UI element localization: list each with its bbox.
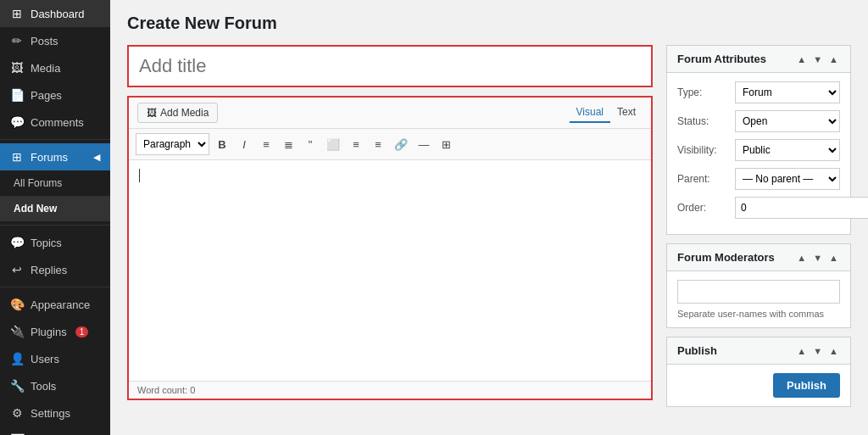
- plugins-icon: 🔌: [10, 325, 24, 338]
- sidebar-item-media[interactable]: 🖼 Media: [0, 54, 110, 81]
- forums-expand-icon: ◀: [93, 152, 100, 163]
- status-label: Status:: [677, 115, 730, 127]
- editor-toolbar: Paragraph B I ≡ ≣ " ⬜ ≡ ≡ 🔗 — ⊞: [129, 129, 651, 160]
- settings-icon: ⚙: [10, 406, 24, 420]
- visibility-label: Visibility:: [677, 144, 730, 156]
- parent-select[interactable]: — No parent —: [735, 168, 840, 190]
- users-icon: 👤: [10, 352, 24, 365]
- status-select[interactable]: Open Closed: [735, 110, 840, 132]
- publish-header: Publish ▲ ▼ ▲: [667, 337, 850, 365]
- moderators-down-btn[interactable]: ▼: [811, 253, 824, 263]
- forum-attributes-header: Forum Attributes ▲ ▼ ▲: [667, 46, 850, 73]
- sidebar-item-appearance[interactable]: 🎨 Appearance: [0, 291, 110, 318]
- forum-attr-down-btn[interactable]: ▼: [811, 54, 824, 64]
- moderators-input[interactable]: [677, 280, 840, 304]
- pages-icon: 📄: [10, 88, 24, 102]
- plugins-badge: 1: [75, 326, 89, 337]
- sidebar-item-users[interactable]: 👤 Users: [0, 345, 110, 372]
- comments-icon: 💬: [10, 115, 24, 129]
- publish-up-btn[interactable]: ▲: [795, 346, 808, 356]
- forum-moderators-header: Forum Moderators ▲ ▼ ▲: [667, 244, 850, 271]
- align-left-button[interactable]: ⬜: [323, 133, 343, 155]
- sidebar-item-comments[interactable]: 💬 Comments: [0, 109, 110, 136]
- blockquote-button[interactable]: ": [301, 133, 320, 155]
- right-panel: Forum Attributes ▲ ▼ ▲ Type: Forum Categ…: [666, 45, 851, 407]
- parent-row: Parent: — No parent —: [677, 168, 840, 190]
- moderators-up-btn[interactable]: ▲: [795, 253, 808, 263]
- sidebar-item-dashboard[interactable]: ⊞ Dashboard: [0, 0, 110, 27]
- title-input[interactable]: [129, 47, 651, 86]
- publish-down-btn[interactable]: ▼: [811, 346, 824, 356]
- forum-attr-up-btn[interactable]: ▲: [795, 54, 808, 64]
- tab-visual[interactable]: Visual: [570, 103, 610, 123]
- main-content: Create New Forum 🖼 Add Media Visual Text: [110, 0, 868, 435]
- editor-tabs: Visual Text: [570, 103, 643, 123]
- ordered-list-button[interactable]: ≣: [279, 133, 298, 155]
- publish-title: Publish: [677, 344, 717, 357]
- word-count: Word count: 0: [137, 385, 195, 395]
- editor-wrapper: 🖼 Add Media Visual Text Paragraph B I: [127, 96, 653, 400]
- add-media-icon: 🖼: [147, 107, 157, 119]
- forum-moderators-body: Separate user-names with commas: [667, 271, 850, 327]
- link-button[interactable]: 🔗: [391, 133, 411, 155]
- sidebar-item-matomo[interactable]: 📊 Matomo Analytics: [0, 427, 110, 435]
- sidebar: ⊞ Dashboard ✏ Posts 🖼 Media 📄 Pages 💬 Co…: [0, 0, 110, 435]
- editor-body[interactable]: [129, 160, 651, 381]
- sidebar-item-plugins[interactable]: 🔌 Plugins 1: [0, 318, 110, 345]
- sidebar-item-add-new[interactable]: Add New: [0, 196, 110, 221]
- topics-icon: 💬: [10, 236, 24, 249]
- type-label: Type:: [677, 86, 730, 98]
- publish-header-actions: ▲ ▼ ▲: [795, 346, 840, 356]
- parent-label: Parent:: [677, 173, 730, 185]
- sidebar-item-topics[interactable]: 💬 Topics: [0, 229, 110, 256]
- forum-attributes-title: Forum Attributes: [677, 53, 766, 65]
- status-row: Status: Open Closed: [677, 110, 840, 132]
- replies-icon: ↩: [10, 263, 24, 276]
- publish-panel: Publish ▲ ▼ ▲ Publish: [666, 337, 851, 407]
- sidebar-item-tools[interactable]: 🔧 Tools: [0, 372, 110, 399]
- forums-icon: ⊞: [10, 150, 24, 164]
- visibility-select[interactable]: Public Private: [735, 139, 840, 161]
- forum-moderators-title: Forum Moderators: [677, 251, 775, 264]
- more-button[interactable]: —: [415, 133, 433, 155]
- sidebar-item-forums[interactable]: ⊞ Forums ◀: [0, 143, 110, 170]
- sidebar-item-settings[interactable]: ⚙ Settings: [0, 399, 110, 427]
- table-button[interactable]: ⊞: [437, 133, 455, 155]
- italic-button[interactable]: I: [235, 133, 253, 155]
- add-media-button[interactable]: 🖼 Add Media: [137, 103, 218, 123]
- posts-icon: ✏: [10, 34, 24, 47]
- forum-attributes-body: Type: Forum Category Status: Open Closed: [667, 73, 850, 234]
- align-right-button[interactable]: ≡: [369, 133, 387, 155]
- order-row: Order:: [677, 197, 840, 219]
- sidebar-item-all-forums[interactable]: All Forums: [0, 170, 110, 196]
- appearance-icon: 🎨: [10, 298, 24, 311]
- dashboard-icon: ⊞: [10, 7, 24, 20]
- forum-attributes-panel: Forum Attributes ▲ ▼ ▲ Type: Forum Categ…: [666, 45, 851, 235]
- order-label: Order:: [677, 202, 730, 214]
- forum-moderators-panel: Forum Moderators ▲ ▼ ▲ Separate user-nam…: [666, 243, 851, 328]
- moderators-close-btn[interactable]: ▲: [827, 253, 840, 263]
- visibility-row: Visibility: Public Private: [677, 139, 840, 161]
- page-title: Create New Forum: [127, 14, 851, 33]
- align-center-button[interactable]: ≡: [347, 133, 365, 155]
- forum-attr-close-btn[interactable]: ▲: [827, 54, 840, 64]
- editor-media-bar: 🖼 Add Media Visual Text: [129, 98, 651, 129]
- paragraph-select[interactable]: Paragraph: [136, 133, 209, 155]
- bold-button[interactable]: B: [213, 133, 231, 155]
- type-row: Type: Forum Category: [677, 81, 840, 103]
- editor-cursor: [139, 169, 140, 182]
- publish-close-btn[interactable]: ▲: [827, 346, 840, 356]
- tab-text[interactable]: Text: [610, 103, 643, 123]
- content-main: 🖼 Add Media Visual Text Paragraph B I: [127, 45, 653, 400]
- unordered-list-button[interactable]: ≡: [257, 133, 275, 155]
- sidebar-item-replies[interactable]: ↩ Replies: [0, 256, 110, 283]
- sidebar-item-posts[interactable]: ✏ Posts: [0, 27, 110, 54]
- order-input[interactable]: [735, 197, 868, 219]
- tools-icon: 🔧: [10, 379, 24, 393]
- type-select[interactable]: Forum Category: [735, 81, 840, 103]
- media-icon: 🖼: [10, 61, 24, 75]
- publish-button[interactable]: Publish: [773, 373, 840, 398]
- sidebar-item-pages[interactable]: 📄 Pages: [0, 81, 110, 109]
- panel-header-actions: ▲ ▼ ▲: [795, 54, 840, 64]
- moderators-header-actions: ▲ ▼ ▲: [795, 253, 840, 263]
